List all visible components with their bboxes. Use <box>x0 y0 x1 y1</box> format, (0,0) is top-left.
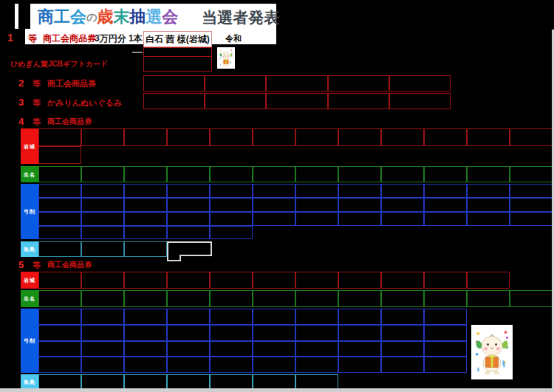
table-cell[interactable] <box>338 272 381 289</box>
table-cell[interactable] <box>253 309 295 325</box>
table-cell[interactable] <box>167 374 210 389</box>
table-cell[interactable] <box>38 325 81 341</box>
table-cell[interactable] <box>424 341 467 357</box>
table-cell[interactable] <box>38 241 81 257</box>
table-cell[interactable] <box>338 290 381 307</box>
table-cell[interactable] <box>38 198 81 212</box>
table-cell[interactable] <box>81 290 124 307</box>
table-cell[interactable] <box>81 226 124 239</box>
table-cell[interactable] <box>210 290 253 307</box>
table-cell[interactable] <box>81 212 124 226</box>
table-cell[interactable] <box>338 184 381 198</box>
table-cell[interactable] <box>210 226 253 239</box>
table-cell[interactable] <box>81 166 124 182</box>
table-cell[interactable] <box>143 56 212 72</box>
table-cell[interactable] <box>338 198 381 212</box>
table-cell[interactable] <box>424 325 467 341</box>
table-cell[interactable] <box>381 212 424 226</box>
table-cell[interactable] <box>381 198 424 212</box>
table-cell[interactable] <box>381 184 424 198</box>
table-cell[interactable] <box>389 93 451 109</box>
table-cell[interactable] <box>210 325 253 341</box>
table-cell[interactable] <box>467 272 510 289</box>
table-cell[interactable] <box>167 226 210 239</box>
table-cell[interactable] <box>253 357 295 373</box>
table-cell[interactable] <box>124 357 167 373</box>
table-cell[interactable] <box>210 128 253 146</box>
table-cell[interactable] <box>167 128 210 146</box>
table-cell[interactable] <box>124 166 167 182</box>
table-cell[interactable] <box>295 341 338 357</box>
table-cell[interactable] <box>124 325 167 341</box>
table-cell[interactable] <box>295 184 338 198</box>
table-cell[interactable] <box>38 357 81 373</box>
table-cell[interactable] <box>38 309 81 325</box>
table-cell[interactable] <box>424 212 467 226</box>
table-cell[interactable] <box>467 212 510 226</box>
table-cell[interactable] <box>143 75 205 92</box>
table-cell[interactable] <box>81 309 124 325</box>
table-cell[interactable] <box>253 290 295 307</box>
table-cell[interactable] <box>167 341 210 357</box>
table-cell[interactable] <box>424 309 467 325</box>
table-cell[interactable] <box>424 128 467 146</box>
table-cell[interactable] <box>38 212 81 226</box>
table-cell[interactable] <box>210 198 253 212</box>
table-cell[interactable] <box>381 290 424 307</box>
table-cell[interactable] <box>467 128 510 146</box>
table-cell[interactable] <box>510 128 553 146</box>
table-cell[interactable] <box>167 290 210 307</box>
table-cell[interactable] <box>328 75 389 92</box>
table-cell[interactable] <box>81 325 124 341</box>
table-cell[interactable] <box>338 357 381 373</box>
table-cell[interactable] <box>381 128 424 146</box>
table-cell[interactable] <box>424 166 467 182</box>
table-cell[interactable] <box>424 184 467 198</box>
table-cell[interactable] <box>210 184 253 198</box>
table-cell[interactable] <box>253 184 295 198</box>
table-cell[interactable] <box>295 357 338 373</box>
table-cell[interactable] <box>424 272 467 289</box>
table-cell[interactable] <box>338 341 381 357</box>
table-cell[interactable] <box>38 272 81 289</box>
table-cell[interactable] <box>338 166 381 182</box>
table-cell[interactable] <box>467 184 510 198</box>
table-cell[interactable] <box>338 325 381 341</box>
table-cell[interactable] <box>295 198 338 212</box>
table-cell[interactable] <box>467 198 510 212</box>
table-cell[interactable] <box>124 198 167 212</box>
table-cell[interactable] <box>424 198 467 212</box>
table-cell[interactable] <box>381 166 424 182</box>
table-cell[interactable] <box>38 128 81 146</box>
table-cell[interactable] <box>253 374 295 389</box>
table-cell[interactable] <box>381 309 424 325</box>
table-cell[interactable] <box>81 272 124 289</box>
table-cell[interactable] <box>389 75 451 92</box>
table-cell[interactable] <box>295 128 338 146</box>
table-cell[interactable] <box>124 226 167 239</box>
table-cell[interactable] <box>167 198 210 212</box>
table-cell[interactable] <box>510 184 553 198</box>
table-cell[interactable] <box>124 309 167 325</box>
table-cell[interactable] <box>124 184 167 198</box>
table-cell[interactable] <box>295 212 338 226</box>
table-cell[interactable] <box>253 128 295 146</box>
table-cell[interactable] <box>210 309 253 325</box>
table-cell[interactable] <box>124 212 167 226</box>
table-cell[interactable] <box>510 198 553 212</box>
table-cell[interactable] <box>295 325 338 341</box>
table-cell[interactable] <box>167 272 210 289</box>
table-cell[interactable] <box>295 309 338 325</box>
table-cell[interactable] <box>253 166 295 182</box>
table-cell[interactable] <box>81 241 124 257</box>
table-cell[interactable] <box>124 241 167 257</box>
table-cell[interactable] <box>381 341 424 357</box>
table-cell[interactable] <box>167 184 210 198</box>
table-cell[interactable] <box>81 357 124 373</box>
table-cell[interactable] <box>467 290 510 307</box>
table-cell[interactable] <box>81 198 124 212</box>
table-cell[interactable] <box>167 166 210 182</box>
table-cell[interactable] <box>253 341 295 357</box>
table-cell[interactable] <box>381 357 424 373</box>
table-cell[interactable] <box>253 198 295 212</box>
